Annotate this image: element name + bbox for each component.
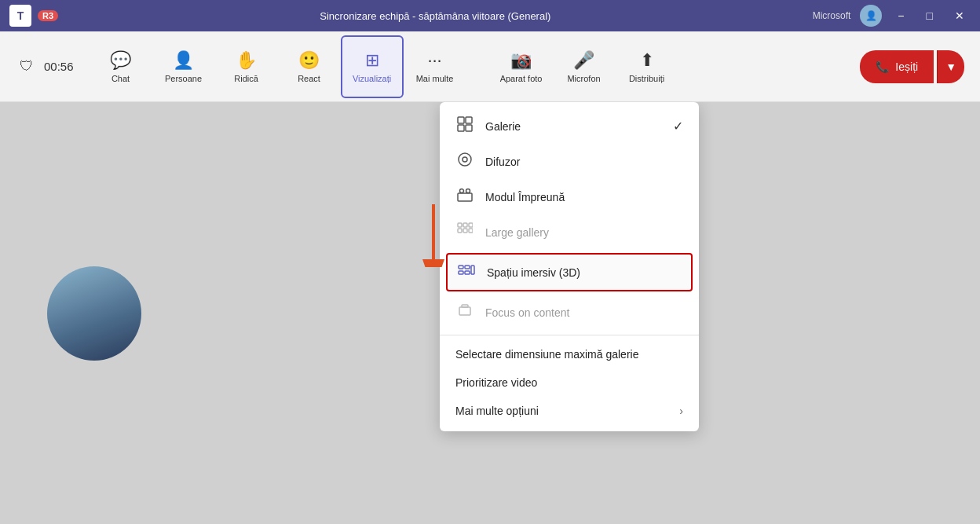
submenu-arrow-icon: › [679,405,683,417]
prioritize-label: Prioritizare video [455,376,537,389]
svg-rect-4 [466,125,472,131]
people-label: Persoane [165,74,202,83]
react-label: React [298,74,320,83]
large-gallery-icon [455,222,474,242]
camera-button[interactable]: 📷 🚫 Aparat foto [490,35,553,98]
speaker-icon [455,152,474,171]
svg-rect-21 [459,307,470,315]
focus-icon [455,302,474,322]
title-bar-right: Microsoft 👤 − □ ✕ [813,5,971,27]
window-title: Sincronizare echipă - săptămâna viitoare… [58,10,813,22]
svg-rect-22 [462,305,468,307]
call-timer: 00:56 [44,60,74,73]
raise-hand-button[interactable]: ✋ Ridică [215,35,278,98]
svg-rect-18 [459,271,463,274]
close-button[interactable]: ✕ [949,6,971,25]
phone-icon: 📞 [876,60,889,73]
svg-rect-20 [471,266,474,274]
people-icon: 👤 [173,50,194,71]
speaker-label: Difuzor [485,156,520,168]
people-button[interactable]: 👤 Persoane [152,35,215,98]
share-label: Distribuiți [629,74,664,83]
mic-icon: 🎤 [573,50,594,71]
camera-icon: 📷 🚫 [510,50,532,71]
dropdown-arrow-icon: ▼ [945,60,956,73]
more-icon: ··· [427,50,441,71]
react-button[interactable]: 🙂 React [278,35,341,98]
toolbar-left-section: 🛡 00:56 [16,56,74,78]
teams-logo: T [9,5,31,27]
svg-rect-13 [458,229,462,233]
maximize-button[interactable]: □ [920,6,939,25]
end-call-area: 📞 Ieșiți ▼ [860,50,964,83]
toolbar-items: 💬 Chat 👤 Persoane ✋ Ridică 🙂 React ⊞ Viz… [90,35,861,98]
speaker-option[interactable]: Difuzor [440,144,699,179]
together-mode-option[interactable]: Modul Împreună [440,179,699,214]
svg-rect-12 [469,223,473,227]
focus-content-option[interactable]: Focus on content [440,295,699,330]
checkmark-icon: ✓ [673,119,683,134]
svg-rect-10 [458,223,462,227]
select-gallery-size-option[interactable]: Selectare dimensiune maximă galerie [440,340,699,368]
svg-point-9 [466,189,470,193]
raise-hand-label: Ridică [234,74,258,83]
chat-button[interactable]: 💬 Chat [90,35,152,98]
meeting-toolbar: 🛡 00:56 💬 Chat 👤 Persoane ✋ Ridică 🙂 Rea… [0,31,980,102]
immersive-space-option[interactable]: Spațiu imersiv (3D) [446,253,693,291]
end-call-button[interactable]: 📞 Ieșiți [860,50,934,83]
chat-label: Chat [112,74,130,83]
svg-rect-19 [465,271,470,274]
svg-rect-3 [458,125,464,131]
view-button[interactable]: ⊞ Vizualizați [341,35,404,98]
svg-rect-2 [466,117,472,123]
share-icon: ⬆ [640,50,654,71]
svg-rect-1 [458,117,464,123]
more-options-option[interactable]: Mai multe opțiuni › [440,397,699,425]
svg-rect-17 [465,266,470,269]
company-name: Microsoft [813,10,851,21]
notification-badge: R3 [38,10,58,21]
more-label: Mai multe [416,74,454,83]
view-icon: ⊞ [365,50,379,71]
gallery-icon [455,116,474,136]
svg-rect-16 [459,266,463,269]
shield-icon: 🛡 [16,56,38,78]
end-call-label: Ieșiți [895,60,918,73]
large-gallery-option[interactable]: Large gallery [440,214,699,250]
more-options-label: Mai multe opțiuni [455,405,539,417]
menu-divider [440,335,699,335]
mic-label: Microfon [567,74,600,83]
immersive-icon [457,262,476,282]
view-dropdown-menu: Galerie ✓ Difuzor Modul Împreună [440,102,699,431]
share-button[interactable]: ⬆ Distribuiți [616,35,678,98]
svg-rect-11 [463,223,467,227]
participant-avatar [47,266,141,361]
react-icon: 🙂 [298,50,320,71]
prioritize-video-option[interactable]: Prioritizare video [440,368,699,397]
together-label: Modul Împreună [485,191,565,203]
svg-point-8 [460,189,464,193]
gallery-size-label: Selectare dimensiune maximă galerie [455,348,638,361]
title-bar: T R3 Sincronizare echipă - săptămâna vii… [0,0,980,31]
svg-point-6 [463,157,467,162]
large-gallery-label: Large gallery [485,226,549,239]
svg-rect-7 [458,193,472,201]
immersive-label: Spațiu imersiv (3D) [487,266,580,279]
svg-rect-15 [469,229,473,233]
user-avatar[interactable]: 👤 [860,5,882,27]
svg-point-5 [459,153,471,166]
chat-icon: 💬 [110,50,131,71]
minimize-button[interactable]: − [891,6,910,25]
main-content: Galerie ✓ Difuzor Modul Împreună [0,102,980,524]
together-icon [455,187,474,207]
title-bar-left: T R3 [9,5,58,27]
focus-label: Focus on content [485,306,569,319]
mic-button[interactable]: 🎤 Microfon [553,35,616,98]
more-button[interactable]: ··· Mai multe [404,35,466,98]
raise-hand-icon: ✋ [236,50,257,71]
gallery-option[interactable]: Galerie ✓ [440,108,699,144]
svg-rect-14 [463,229,467,233]
camera-label: Aparat foto [500,74,543,83]
end-call-dropdown-button[interactable]: ▼ [937,50,964,83]
view-label: Vizualizați [353,74,391,83]
